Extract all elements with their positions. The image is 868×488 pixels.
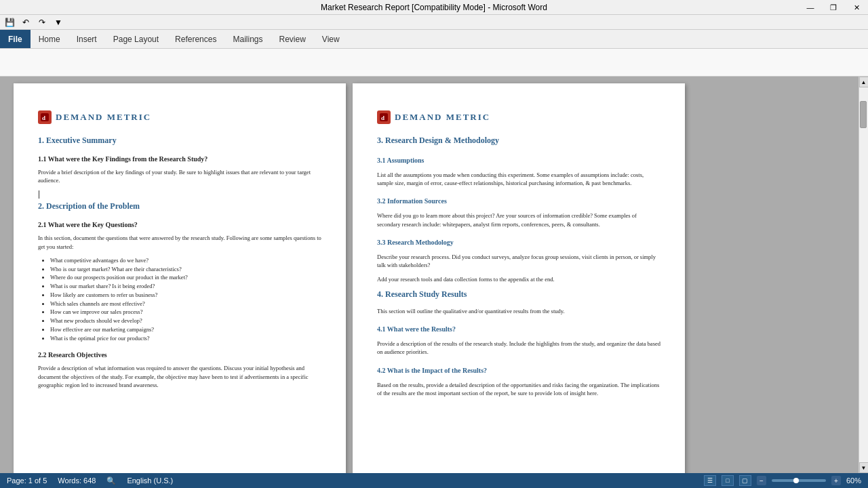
view-print-button[interactable]: ☰ (704, 475, 716, 486)
section3-3-body2: Add your research tools and data collect… (377, 275, 660, 283)
view-fullscreen-button[interactable]: □ (722, 475, 734, 486)
list-item: What new products should we develop? (50, 317, 321, 325)
zoom-slider[interactable] (772, 479, 826, 482)
logo-icon-right: d (377, 110, 391, 124)
restore-button[interactable]: ❐ (822, 0, 845, 15)
page-indicator: Page: 1 of 5 (7, 476, 47, 485)
section2-heading: 2. Description of the Problem (38, 201, 321, 212)
tab-view[interactable]: View (314, 30, 348, 48)
section4-body: This section will outline the qualitativ… (377, 307, 660, 315)
list-item: Who is our target market? What are their… (50, 265, 321, 274)
section3-heading: 3. Research Design & Methodology (377, 135, 660, 146)
list-item: How likely are customers to refer us bus… (50, 291, 321, 300)
page-divider (346, 83, 353, 466)
tab-page-layout[interactable]: Page Layout (105, 30, 167, 48)
close-button[interactable]: ✕ (845, 0, 868, 15)
text-cursor (39, 190, 39, 199)
status-right: ☰ □ ▢ − + 60% (704, 475, 861, 486)
list-item: What is the optimal price for our produc… (50, 334, 321, 343)
section3-1-heading: 3.1 Assumptions (377, 156, 660, 165)
svg-text:d: d (381, 115, 384, 121)
section4-1-body: Provide a description of the results of … (377, 340, 660, 357)
view-web-button[interactable]: ▢ (739, 475, 751, 486)
logo-text-right: Demand Metric (395, 111, 490, 123)
ribbon: File Home Insert Page Layout References … (0, 30, 868, 77)
ribbon-content (0, 49, 868, 76)
tab-mailings[interactable]: Mailings (224, 30, 271, 48)
undo-qa-button[interactable]: ↶ (19, 16, 33, 28)
section2-2-heading: 2.2 Research Objectives (38, 350, 321, 360)
language-text: English (U.S.) (127, 476, 173, 485)
zoom-in-button[interactable]: + (831, 476, 841, 485)
cursor-area[interactable] (38, 190, 321, 199)
window-controls: — ❐ ✕ (799, 0, 868, 15)
scroll-up-button[interactable]: ▲ (859, 77, 869, 87)
section3-2-body: Where did you go to learn more about thi… (377, 211, 660, 228)
window-title: Market Research Report [Compatibility Mo… (321, 3, 547, 12)
logo-text-left: Demand Metric (56, 111, 151, 123)
list-item: Which sales channels are most effective? (50, 300, 321, 308)
tab-file[interactable]: File (0, 30, 31, 48)
tab-review[interactable]: Review (271, 30, 313, 48)
ribbon-tabs: File Home Insert Page Layout References … (0, 30, 868, 49)
page-2: d Demand Metric 3. Research Design & Met… (353, 83, 685, 473)
zoom-thumb (793, 478, 799, 483)
list-item: How effective are our marketing campaign… (50, 325, 321, 334)
vertical-scrollbar: ▲ ▼ (859, 77, 868, 473)
tab-home[interactable]: Home (31, 30, 68, 48)
title-bar: Market Research Report [Compatibility Mo… (0, 0, 868, 15)
logo-icon-left: d (38, 110, 52, 124)
zoom-level: 60% (846, 476, 861, 485)
status-bar: Page: 1 of 5 Words: 648 🔍 English (U.S.)… (0, 473, 868, 488)
list-item: How can we improve our sales process? (50, 308, 321, 317)
section3-2-heading: 3.2 Information Sources (377, 197, 660, 206)
quick-access-toolbar: 💾 ↶ ↷ ▼ (0, 15, 868, 30)
document-area: d Demand Metric 1. Executive Summary 1.1… (0, 77, 868, 473)
language-indicator: 🔍 (106, 476, 116, 485)
section2-1-heading: 2.1 What were the Key Questions? (38, 220, 321, 230)
word-count: Words: 648 (58, 476, 96, 485)
minimize-button[interactable]: — (799, 0, 822, 15)
logo-right: d Demand Metric (377, 110, 660, 124)
section3-1-body: List all the assumptions you made when c… (377, 171, 660, 188)
svg-text:d: d (42, 115, 45, 121)
section4-1-heading: 4.1 What were the Results? (377, 325, 660, 334)
section3-3-body: Describe your research process. Did you … (377, 253, 660, 270)
tab-insert[interactable]: Insert (68, 30, 105, 48)
section2-2-body: Provide a description of what informatio… (38, 364, 321, 389)
scroll-down-button[interactable]: ▼ (859, 462, 869, 473)
scroll-thumb[interactable] (860, 101, 867, 128)
list-item: What is our market share? Is it being er… (50, 282, 321, 291)
save-qa-button[interactable]: 💾 (3, 16, 16, 28)
section1-1-heading: 1.1 What were the Key Findings from the … (38, 155, 321, 164)
section4-2-body: Based on the results, provide a detailed… (377, 381, 660, 398)
list-item: Where do our prospects position our prod… (50, 273, 321, 282)
section1-1-body: Provide a brief description of the key f… (38, 168, 321, 185)
section4-heading: 4. Research Study Results (377, 289, 660, 300)
scroll-track[interactable] (859, 87, 868, 462)
pages-container: d Demand Metric 1. Executive Summary 1.1… (0, 77, 859, 473)
section3-3-heading: 3.3 Research Methodology (377, 238, 660, 247)
zoom-out-button[interactable]: − (757, 476, 766, 485)
bullet-list: What competitive advantages do we have? … (50, 256, 321, 343)
section1-heading: 1. Executive Summary (38, 135, 321, 146)
tab-references[interactable]: References (167, 30, 224, 48)
section4-2-heading: 4.2 What is the Impact of the Results? (377, 366, 660, 375)
redo-qa-button[interactable]: ↷ (35, 16, 49, 28)
logo-left: d Demand Metric (38, 110, 321, 124)
section2-1-body: In this section, document the questions … (38, 234, 321, 251)
dropdown-qa-button[interactable]: ▼ (52, 16, 65, 28)
list-item: What competitive advantages do we have? (50, 256, 321, 265)
page-1: d Demand Metric 1. Executive Summary 1.1… (14, 83, 346, 473)
